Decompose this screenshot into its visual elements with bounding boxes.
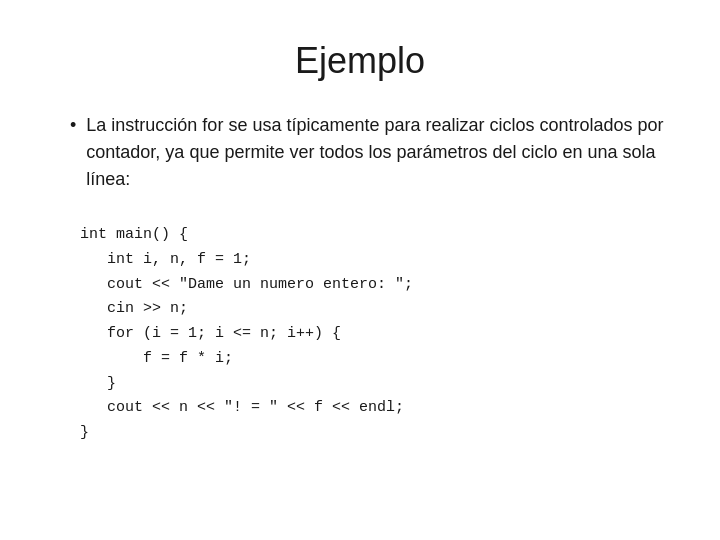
bullet-dot: •	[70, 112, 76, 139]
body-text-area: • La instrucción for se usa típicamente …	[50, 112, 670, 193]
bullet-item: • La instrucción for se usa típicamente …	[70, 112, 670, 193]
slide: Ejemplo • La instrucción for se usa típi…	[0, 0, 720, 540]
bullet-content: La instrucción for se usa típicamente pa…	[86, 112, 670, 193]
code-block: int main() { int i, n, f = 1; cout << "D…	[50, 223, 670, 446]
slide-title: Ejemplo	[50, 40, 670, 82]
